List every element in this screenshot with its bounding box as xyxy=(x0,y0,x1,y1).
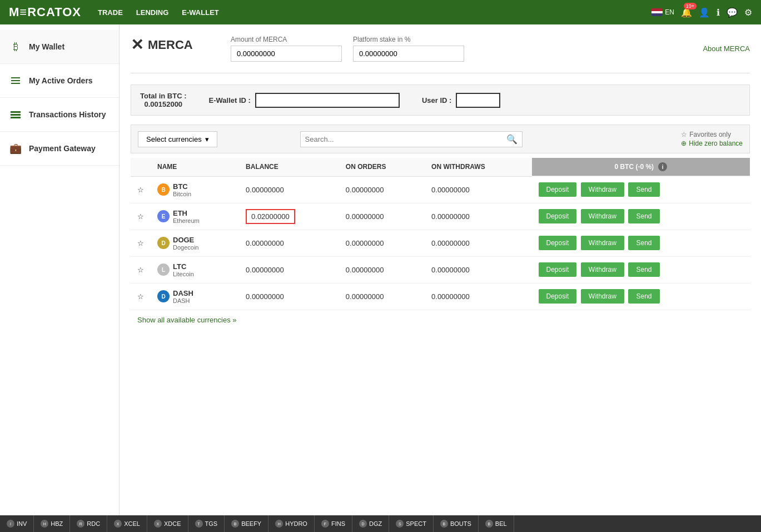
on-withdraws-cell: 0.00000000 xyxy=(425,283,531,310)
table-row: ☆ D DOGE Dogecoin 0.00000000 0.00000000 … xyxy=(131,230,750,256)
amount-input[interactable] xyxy=(231,46,342,62)
search-input[interactable] xyxy=(305,135,506,143)
merca-x-icon: ✕ xyxy=(131,36,143,54)
action-buttons-cell: Deposit Withdraw Send xyxy=(532,230,750,256)
send-button[interactable]: Send xyxy=(628,236,659,250)
stake-input[interactable] xyxy=(353,46,464,62)
ticker-item[interactable]: HHYDRO xyxy=(268,515,315,532)
ticker-item[interactable]: TTGS xyxy=(188,515,225,532)
deposit-button[interactable]: Deposit xyxy=(539,262,577,277)
ticker-icon: X xyxy=(114,520,122,528)
nav-trade[interactable]: TRADE xyxy=(98,8,123,17)
ticker-item[interactable]: SSPECT xyxy=(389,515,434,532)
star-cell[interactable]: ☆ xyxy=(131,256,151,283)
info-icon[interactable]: ℹ xyxy=(717,7,720,18)
send-button[interactable]: Send xyxy=(628,182,659,197)
sidebar-item-my-wallet[interactable]: ₿ My Wallet xyxy=(0,30,119,64)
coin-full-name: Dogecoin xyxy=(173,244,198,251)
send-button[interactable]: Send xyxy=(628,289,659,304)
ticker-item[interactable]: BBOUTS xyxy=(434,515,479,532)
favorites-label: Favorites only xyxy=(689,131,731,138)
deposit-button[interactable]: Deposit xyxy=(539,289,577,304)
coin-icon: D xyxy=(157,290,170,302)
ticker-item[interactable]: BBEL xyxy=(479,515,514,532)
orders-icon xyxy=(9,74,22,87)
ticker-item[interactable]: XXDCE xyxy=(147,515,188,532)
coin-name-cell: L LTC Litecoin xyxy=(151,256,239,283)
on-withdraws-cell: 0.00000000 xyxy=(425,203,531,230)
hide-zero-link[interactable]: ⊕ Hide zero balance xyxy=(681,140,743,147)
ticker-icon: X xyxy=(154,520,162,528)
show-all-label: Show all available currencies » xyxy=(137,316,236,324)
ticker-item[interactable]: FFINS xyxy=(315,515,352,532)
flag-icon xyxy=(651,8,663,16)
on-orders-cell: 0.00000000 xyxy=(339,283,425,310)
sidebar-item-payment-gateway[interactable]: 💼 Payment Gateway xyxy=(0,132,119,166)
notifications-icon[interactable]: 🔔 10+ xyxy=(681,7,692,18)
sidebar-item-my-active-orders[interactable]: My Active Orders xyxy=(0,64,119,98)
deposit-button[interactable]: Deposit xyxy=(539,236,577,250)
balance-cell: 0.00000000 xyxy=(239,176,339,203)
sidebar-item-transactions-history[interactable]: Transactions History xyxy=(0,98,119,132)
user-id-field-group: User ID : xyxy=(422,93,500,108)
balance-cell: 0.02000000 xyxy=(239,203,339,230)
table-row: ☆ D DASH DASH 0.00000000 0.00000000 0.00… xyxy=(131,283,750,310)
lang-label: EN xyxy=(665,8,674,16)
withdraw-button[interactable]: Withdraw xyxy=(581,236,624,250)
btc-info-icon[interactable]: i xyxy=(658,162,667,171)
coin-text: LTC Litecoin xyxy=(173,262,194,277)
ticker-icon: H xyxy=(41,520,48,528)
send-button[interactable]: Send xyxy=(628,262,659,277)
nav-lending[interactable]: LENDING xyxy=(136,8,169,17)
ticker-label: BEL xyxy=(495,520,507,527)
star-cell[interactable]: ☆ xyxy=(131,230,151,256)
withdraw-button[interactable]: Withdraw xyxy=(581,262,624,277)
balance-cell: 0.00000000 xyxy=(239,230,339,256)
sidebar-label-my-wallet: My Wallet xyxy=(29,42,64,51)
action-buttons-cell: Deposit Withdraw Send xyxy=(532,203,750,230)
favorites-only-link[interactable]: ☆ Favorites only xyxy=(681,131,743,138)
coin-name-cell: B BTC Bitcoin xyxy=(151,176,239,203)
about-merca-link[interactable]: About MERCA xyxy=(703,44,750,53)
user-icon[interactable]: 👤 xyxy=(699,7,710,18)
ewallet-input[interactable] xyxy=(255,93,400,108)
ticker-item[interactable]: DDGZ xyxy=(352,515,389,532)
deposit-button[interactable]: Deposit xyxy=(539,209,577,223)
send-button[interactable]: Send xyxy=(628,209,659,223)
plus-icon: ⊕ xyxy=(681,140,687,147)
ticker-item[interactable]: XXCEL xyxy=(107,515,147,532)
ticker-item[interactable]: IINV xyxy=(0,515,34,532)
ticker-item[interactable]: RRDC xyxy=(70,515,107,532)
ticker-item[interactable]: HHBZ xyxy=(34,515,70,532)
star-cell[interactable]: ☆ xyxy=(131,203,151,230)
deposit-button[interactable]: Deposit xyxy=(539,182,577,197)
withdraw-button[interactable]: Withdraw xyxy=(581,289,624,304)
language-selector[interactable]: EN xyxy=(651,8,674,16)
ewallet-label: E-Wallet ID : xyxy=(209,96,251,105)
svg-rect-4 xyxy=(11,114,21,116)
balance-cell: 0.00000000 xyxy=(239,283,339,310)
search-container: 🔍 xyxy=(300,131,523,147)
chat-icon[interactable]: 💬 xyxy=(727,7,738,18)
hide-zero-label: Hide zero balance xyxy=(689,140,743,147)
ticker-icon: B xyxy=(485,520,493,528)
withdraw-button[interactable]: Withdraw xyxy=(581,209,624,223)
star-cell[interactable]: ☆ xyxy=(131,176,151,203)
star-cell[interactable]: ☆ xyxy=(131,283,151,310)
th-on-withdraws: ON WITHDRAWS xyxy=(425,158,531,176)
ewallet-field-group: E-Wallet ID : xyxy=(209,93,400,108)
merca-fields: Amount of MERCA Platform stake in % xyxy=(231,36,464,62)
search-icon: 🔍 xyxy=(506,134,518,145)
withdraw-button[interactable]: Withdraw xyxy=(581,182,624,197)
settings-icon[interactable]: ⚙ xyxy=(744,7,752,18)
wallet-icon: ₿ xyxy=(9,40,22,53)
show-all-link[interactable]: Show all available currencies » xyxy=(131,310,750,330)
balance-value: 0.00000000 xyxy=(246,186,284,194)
svg-rect-1 xyxy=(11,80,20,81)
user-id-input[interactable] xyxy=(456,93,500,108)
select-currencies-button[interactable]: Select currencies ▾ xyxy=(138,131,217,147)
nav-ewallet[interactable]: E-WALLET xyxy=(182,8,218,17)
ticker-label: TGS xyxy=(205,520,218,527)
main-content: ✕ MERCA Amount of MERCA Platform stake i… xyxy=(120,24,761,532)
ticker-item[interactable]: BBEEFY xyxy=(225,515,268,532)
